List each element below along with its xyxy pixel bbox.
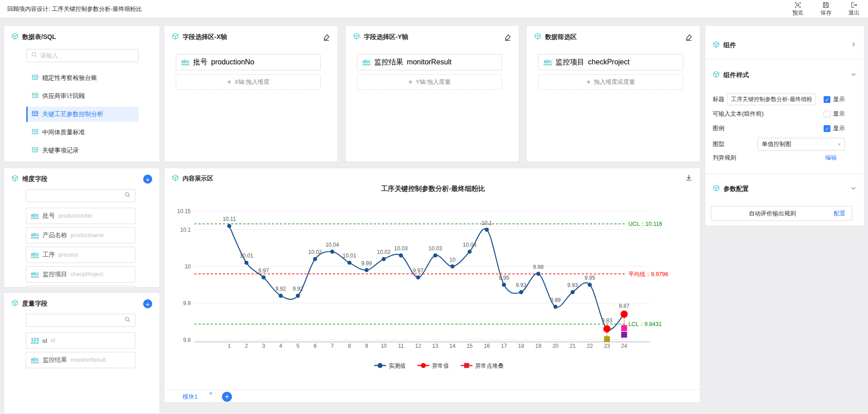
- svg-text:6: 6: [313, 343, 317, 349]
- measure-search[interactable]: [26, 314, 135, 327]
- clear-icon[interactable]: [323, 34, 330, 41]
- svg-text:22: 22: [587, 343, 593, 349]
- input-text-show-checkbox[interactable]: [824, 111, 830, 117]
- field-chip[interactable]: abc 批号 productionNo: [26, 208, 135, 224]
- chevron-down-icon[interactable]: [850, 185, 857, 193]
- dimension-search[interactable]: [26, 189, 135, 202]
- legend-row: 图例 显示: [713, 122, 857, 134]
- clear-icon[interactable]: [685, 34, 693, 41]
- measure-search-input[interactable]: [30, 317, 121, 324]
- field-chip[interactable]: abc 产品名称 productname: [26, 227, 135, 244]
- numeric-field-icon: 123: [31, 337, 39, 344]
- chevron-down-icon[interactable]: [850, 71, 857, 79]
- preview-icon: [794, 1, 801, 9]
- table-search[interactable]: [26, 49, 139, 62]
- cube-icon: [713, 71, 720, 80]
- svg-text:9.95: 9.95: [584, 275, 595, 281]
- abc-field-icon: abc: [31, 357, 39, 364]
- svg-text:12: 12: [415, 343, 421, 349]
- component-section-header[interactable]: 组件: [705, 26, 864, 59]
- svg-text:9.92: 9.92: [275, 286, 286, 292]
- table-item[interactable]: 中间体质量标准: [26, 125, 139, 140]
- svg-text:10.01: 10.01: [342, 253, 356, 259]
- svg-text:15: 15: [467, 343, 473, 349]
- svg-text:11: 11: [398, 343, 404, 349]
- y-axis-dropzone[interactable]: Y轴:拖入度量: [357, 74, 502, 90]
- svg-text:9: 9: [365, 343, 368, 349]
- table-search-input[interactable]: [40, 52, 134, 59]
- svg-text:9.87: 9.87: [619, 303, 630, 309]
- add-dimension-button[interactable]: [143, 175, 152, 184]
- table-list: 稳定性考察检验台账 供应商审计回顾 关键工艺参数控制分析 中间体质量标准 关键事…: [26, 70, 139, 158]
- style-section-header[interactable]: 组件样式: [705, 59, 864, 93]
- x-axis-dropzone[interactable]: X轴:拖入维度: [176, 74, 321, 90]
- table-item-selected[interactable]: 关键工艺参数控制分析: [26, 107, 139, 122]
- control-chart: 10.1510.1109.99.812345678910111213141516…: [164, 182, 700, 381]
- panel-title: 数据表/SQL: [22, 33, 56, 41]
- svg-text:8: 8: [348, 343, 351, 349]
- table-item[interactable]: 关键事项记录: [26, 143, 139, 158]
- search-icon: [31, 51, 38, 60]
- chart-type-select[interactable]: 单值控制图 ▾: [757, 138, 845, 151]
- svg-text:4: 4: [279, 343, 282, 349]
- svg-text:9.93: 9.93: [516, 282, 527, 288]
- svg-text:23: 23: [604, 343, 610, 349]
- table-item[interactable]: 稳定性考察检验台账: [26, 70, 139, 86]
- field-chip[interactable]: abc 监控项目 checkProject: [26, 266, 135, 282]
- cube-icon: [534, 33, 541, 42]
- svg-text:9.92: 9.92: [293, 286, 304, 292]
- chart-type-row: 图型 单值控制图 ▾: [713, 138, 857, 151]
- abc-field-icon: abc: [31, 271, 39, 278]
- svg-text:20: 20: [552, 343, 559, 349]
- panel-title: 字段选择区-X轴: [183, 33, 227, 41]
- save-button[interactable]: 保存: [818, 1, 834, 17]
- topbar-actions: 预览 保存 退出: [790, 1, 862, 17]
- field-chip[interactable]: abc 工序 process: [26, 247, 135, 263]
- input-text-row: 可输入文本(组件前) 显示: [713, 108, 857, 120]
- legend-show-checkbox[interactable]: [824, 125, 830, 132]
- svg-text:24: 24: [621, 343, 627, 349]
- plus-icon: [586, 78, 590, 86]
- table-icon: [32, 92, 39, 100]
- abc-field-icon: abc: [181, 59, 189, 66]
- y-axis-field-chip[interactable]: abc 监控结果 monitorResult: [357, 54, 502, 70]
- params-config-link[interactable]: 配置: [834, 209, 845, 218]
- field-chip[interactable]: abc 监控结果 monitorResult: [26, 352, 135, 368]
- cube-icon: [713, 41, 720, 50]
- save-icon: [822, 1, 829, 9]
- svg-text:9.83: 9.83: [602, 317, 612, 324]
- svg-text:16: 16: [484, 343, 490, 349]
- exit-button[interactable]: 退出: [846, 1, 862, 17]
- preview-button[interactable]: 预览: [790, 1, 805, 17]
- tab-module1[interactable]: 模块1: [164, 390, 216, 403]
- filter-field-chip[interactable]: abc 监控项目 checkProject: [538, 54, 683, 70]
- svg-text:7: 7: [331, 343, 334, 349]
- svg-text:10.03: 10.03: [429, 245, 442, 252]
- search-icon: [124, 316, 131, 325]
- svg-text:19: 19: [535, 343, 542, 349]
- rule-edit-link[interactable]: 编辑: [825, 154, 837, 162]
- close-icon[interactable]: [209, 390, 212, 396]
- svg-text:10.01: 10.01: [240, 253, 253, 259]
- table-item[interactable]: 供应商审计回顾: [26, 88, 139, 104]
- field-chip[interactable]: 123 id id: [26, 332, 135, 349]
- params-section-header[interactable]: 参数配置: [705, 174, 864, 194]
- plus-icon: [227, 78, 231, 86]
- filter-dropzone[interactable]: 拖入维度或度量: [538, 74, 683, 90]
- measure-field-list: 123 id id abc 监控结果 monitorResult: [26, 332, 135, 368]
- svg-text:3: 3: [262, 343, 265, 349]
- settings-panel: 组件 组件样式 标题 显示 可输入文本(组件前) 显示 图例: [705, 25, 864, 226]
- dimension-search-input[interactable]: [30, 192, 121, 199]
- clear-icon[interactable]: [504, 34, 511, 41]
- panel-title: 度量字段: [22, 300, 48, 308]
- filter-panel: 数据筛选区 abc 监控项目 checkProject 拖入维度或度量: [526, 25, 700, 162]
- chevron-right-icon[interactable]: [850, 41, 857, 49]
- add-module-button[interactable]: [222, 392, 232, 402]
- svg-text:9.89: 9.89: [550, 297, 561, 303]
- add-measure-button[interactable]: [143, 299, 152, 308]
- component-title-input[interactable]: [727, 93, 816, 105]
- field-chip-partial[interactable]: [26, 286, 135, 287]
- topbar: 回顾项内容设计: 工序关键控制参数分析-最终细粉比 预览 保存 退出: [0, 0, 868, 18]
- x-axis-field-chip[interactable]: abc 批号 productionNo: [176, 54, 321, 70]
- title-show-checkbox[interactable]: [824, 96, 830, 103]
